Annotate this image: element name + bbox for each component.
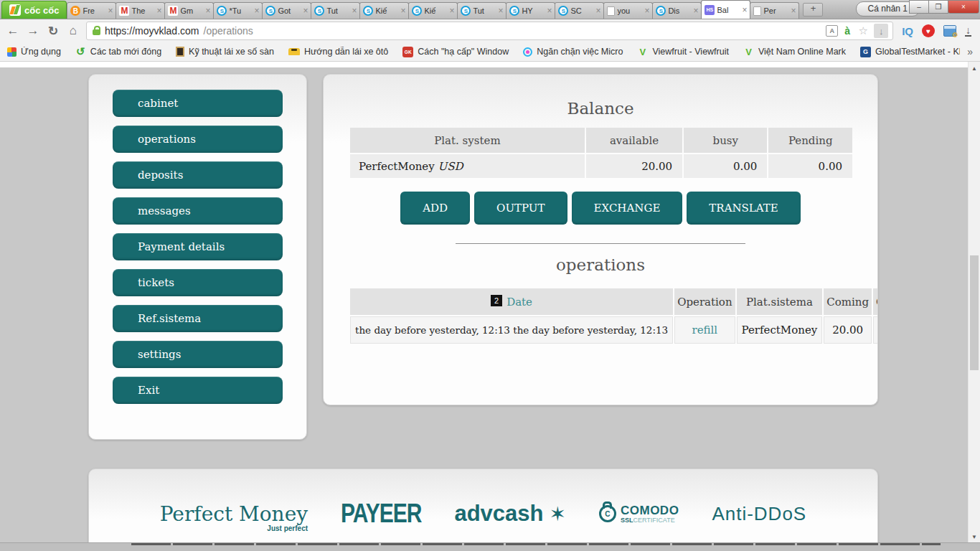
browser-tab[interactable]: HY ×	[506, 2, 555, 19]
tab-close-icon[interactable]: ×	[791, 6, 796, 15]
heart-extension-icon[interactable]: ♥	[922, 24, 935, 37]
sidebar-menu-button[interactable]: Payment details	[113, 233, 283, 260]
taskbar-peek[interactable]	[0, 542, 980, 551]
comodo-lock-icon	[599, 505, 616, 522]
browser-tab[interactable]: Tut ×	[457, 2, 507, 19]
new-tab-button[interactable]: +	[803, 3, 823, 17]
balance-action-button[interactable]: ADD	[400, 192, 470, 225]
tab-close-icon[interactable]: ×	[498, 6, 503, 15]
tab-close-icon[interactable]: ×	[547, 6, 552, 15]
tab-close-icon[interactable]: ×	[254, 6, 259, 15]
browser-tab[interactable]: SC ×	[555, 2, 604, 19]
balance-system-cell: PerfectMoney USD	[350, 154, 585, 178]
browser-tab[interactable]: The ×	[116, 2, 165, 19]
refill-link[interactable]: refill	[692, 324, 718, 336]
browser-tab[interactable]: Fre ×	[67, 2, 116, 19]
bookmark-item[interactable]: Hướng dẫn lái xe ôtô	[288, 47, 388, 57]
sidebar-menu-button[interactable]: settings	[113, 341, 283, 368]
browser-tab[interactable]: Tut ×	[311, 2, 360, 19]
bookmark-item[interactable]: GlobalTestMarket - Kh	[860, 47, 960, 57]
scrollbar-thumb[interactable]	[970, 255, 979, 370]
bookmarks-bar: Ứng dụng Các tab mới đóng Kỹ thuật lái x…	[0, 42, 980, 62]
tab-close-icon[interactable]: ×	[205, 6, 210, 15]
page-download-icon[interactable]: ↓	[874, 24, 888, 38]
sidebar-menu-button[interactable]: deposits	[113, 161, 283, 189]
bookmark-item[interactable]: Kỹ thuật lái xe số sàn	[176, 47, 274, 57]
section-divider	[456, 243, 745, 244]
tab-close-icon[interactable]: ×	[400, 6, 405, 15]
sidebar-menu-button[interactable]: Exit	[113, 377, 283, 404]
date-sort-link[interactable]: Date	[507, 296, 532, 309]
browser-tab[interactable]: you ×	[603, 2, 653, 19]
close-button[interactable]: ×	[948, 0, 979, 14]
ssl-lock-icon[interactable]	[93, 29, 100, 35]
sidebar-menu-button[interactable]: cabinet	[113, 90, 283, 117]
sidebar-menu-button[interactable]: Ref.sistema	[113, 305, 283, 332]
bookmark-item[interactable]: Viewfruit - Viewfruit	[637, 47, 729, 57]
bookmark-item[interactable]: Ứng dụng	[7, 47, 61, 57]
page-scrollbar[interactable]: ▲ ▼	[968, 62, 980, 551]
bookmark-item[interactable]: Cách "hạ cấp" Window	[402, 47, 509, 57]
browser-tab[interactable]: Bal ×	[701, 0, 750, 19]
tab-title: Kiế	[375, 6, 398, 15]
coccoc-menu-button[interactable]: cốc cốc	[1, 1, 67, 19]
browser-tab[interactable]: Dis ×	[652, 2, 702, 19]
coccoc-brand-label: cốc cốc	[24, 5, 59, 16]
tab-close-icon[interactable]: ×	[108, 6, 113, 15]
minimize-button[interactable]: –	[909, 0, 929, 14]
tab-close-icon[interactable]: ×	[449, 6, 454, 15]
browser-tab[interactable]: Got ×	[262, 2, 311, 19]
maximize-button[interactable]: ❐	[928, 0, 948, 14]
home-icon[interactable]: ⌂	[66, 24, 80, 38]
reload-icon[interactable]: ↻	[46, 24, 60, 39]
session-manager-extension-icon[interactable]	[943, 25, 956, 37]
tab-close-icon[interactable]: ×	[156, 6, 161, 15]
tab-close-icon[interactable]: ×	[303, 6, 308, 15]
apps-icon	[7, 47, 17, 57]
bookmark-item[interactable]: Các tab mới đóng	[75, 47, 161, 57]
tab-close-icon[interactable]: ×	[693, 6, 698, 15]
page-icon	[753, 6, 761, 16]
scroll-up-icon[interactable]: ▲	[969, 65, 980, 72]
balance-action-button[interactable]: OUTPUT	[474, 192, 567, 225]
operations-title: operations	[324, 255, 877, 274]
sidebar-menu-button[interactable]: operations	[113, 126, 283, 153]
browser-tab[interactable]: Gm ×	[164, 2, 214, 19]
iq-extension-icon[interactable]: IQ	[902, 25, 913, 37]
tab-title: SC	[570, 6, 593, 15]
tab-close-icon[interactable]: ×	[742, 6, 747, 14]
balance-action-button[interactable]: EXCHANGE	[572, 192, 683, 225]
browser-tab[interactable]: *Tu ×	[213, 2, 263, 19]
footer-card: Perfect Money Just perfect PAYEER advcas…	[88, 468, 878, 551]
operation-type-cell: refill	[674, 316, 735, 344]
downloads-tray-icon[interactable]: ↓	[965, 26, 971, 37]
forward-icon[interactable]: →	[26, 24, 40, 38]
browser-tab[interactable]: Kiế ×	[359, 2, 409, 19]
taxi-icon	[288, 48, 300, 55]
sidebar-menu-button[interactable]: messages	[113, 197, 283, 225]
back-icon[interactable]: ←	[6, 24, 20, 38]
browser-tab[interactable]: Kiế ×	[408, 2, 458, 19]
sidebar-menu-button[interactable]: tickets	[113, 269, 283, 296]
skype-icon	[412, 6, 422, 16]
bookmark-item[interactable]: Ngăn chặn việc Micro	[523, 47, 623, 57]
bookmark-star-icon[interactable]: ☆	[857, 24, 870, 37]
operations-header-row: 2Date Operation Plat.sistema Coming Cons…	[350, 288, 878, 315]
bookmarks-overflow-icon[interactable]: »	[960, 46, 973, 57]
tab-title: Got	[278, 6, 301, 15]
vietnamese-input-icon[interactable]: à	[842, 25, 852, 37]
balance-action-button[interactable]: TRANSLATE	[687, 192, 800, 225]
scroll-down-icon[interactable]: ▼	[969, 534, 980, 540]
sidebar-menu: cabinet operations deposits messages Pay…	[89, 75, 306, 404]
tab-close-icon[interactable]: ×	[595, 6, 600, 15]
address-bar[interactable]: https://moyvklad.com/operations à ☆ ↓	[86, 22, 893, 40]
tab-close-icon[interactable]: ×	[352, 6, 357, 15]
leaf-icon	[743, 47, 754, 57]
browser-tab[interactable]: Per ×	[750, 2, 799, 19]
tab-close-icon[interactable]: ×	[644, 6, 649, 15]
gmail-icon	[168, 6, 178, 16]
skype-icon	[509, 6, 519, 16]
bookmark-item[interactable]: Việt Nam Online Mark	[743, 47, 846, 57]
translate-icon[interactable]	[826, 25, 838, 37]
sort-order-badge: 2	[491, 295, 502, 306]
